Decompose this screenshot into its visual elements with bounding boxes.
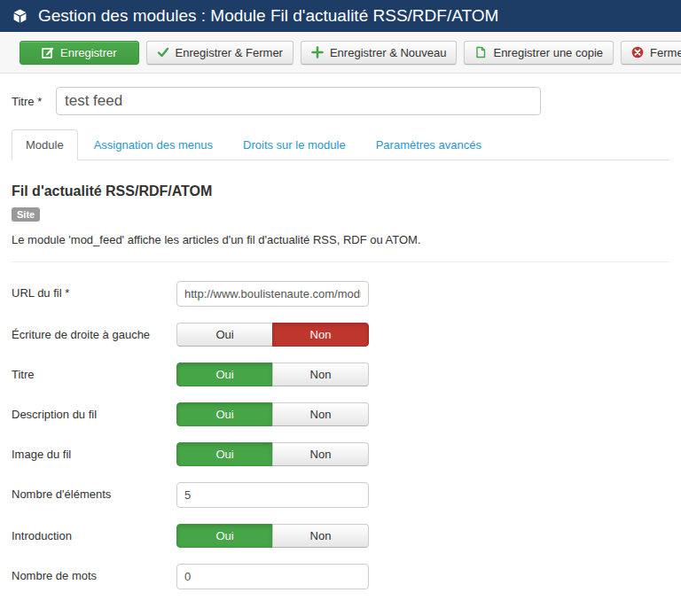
joomla-cube-icon (12, 9, 27, 24)
save-new-button-label: Enregistrer & Nouveau (330, 46, 447, 59)
module-heading: Fil d'actualité RSS/RDF/ATOM (12, 183, 669, 199)
tab-module-label: Module (26, 138, 64, 152)
tab-module-permissions[interactable]: Droits sur le module (229, 129, 360, 160)
rtl-label: Écriture de droite à gauche (12, 323, 176, 341)
item-count-label: Nombre d'éléments (12, 482, 176, 501)
save-new-button[interactable]: Enregistrer & Nouveau (301, 41, 458, 65)
title-field-label: Titre * (12, 95, 56, 108)
introduction-toggle-oui[interactable]: Oui (176, 524, 273, 548)
form-row-feed-description: Description du fil Oui Non (12, 402, 669, 426)
item-count-input[interactable] (176, 482, 369, 508)
form-row-rtl: Écriture de droite à gauche Oui Non (12, 323, 669, 347)
close-button-label: Fermer (650, 46, 681, 59)
tab-menu-assignment[interactable]: Assignation des menus (80, 129, 227, 160)
feed-image-toggle-non[interactable]: Non (272, 442, 369, 466)
close-icon (631, 46, 644, 58)
form-row-introduction: Introduction Oui Non (12, 524, 669, 548)
form-row-show-title: Titre Oui Non (12, 363, 669, 386)
site-badge: Site (12, 207, 40, 222)
feed-description-toggle: Oui Non (176, 402, 369, 426)
check-icon (157, 46, 169, 58)
save-copy-button-label: Enregistrer une copie (493, 46, 603, 59)
feed-image-label: Image du fil (12, 442, 176, 461)
title-input[interactable] (56, 87, 541, 115)
rtl-toggle-non[interactable]: Non (272, 323, 369, 347)
section-divider (12, 261, 669, 262)
save-copy-button[interactable]: Enregistrer une copie (464, 41, 614, 65)
feed-description-toggle-oui[interactable]: Oui (176, 402, 273, 426)
show-title-label: Titre (12, 363, 176, 381)
toolbar: Enregistrer Enregistrer & Fermer Enregis… (0, 32, 681, 74)
save-close-button-label: Enregistrer & Fermer (176, 46, 283, 59)
form-row-feed-url: URL du fil * (12, 281, 669, 307)
introduction-toggle-non[interactable]: Non (272, 524, 369, 548)
feed-description-toggle-non[interactable]: Non (272, 402, 369, 426)
title-field-row: Titre * (12, 87, 669, 115)
tab-advanced[interactable]: Paramètres avancés (362, 129, 496, 160)
form-row-feed-image: Image du fil Oui Non (12, 442, 669, 466)
tab-menu-assignment-label: Assignation des menus (94, 138, 213, 152)
save-button-label: Enregistrer (60, 46, 117, 59)
form-row-word-count: Nombre de mots (12, 564, 669, 589)
copy-icon (474, 46, 487, 58)
tab-module-permissions-label: Droits sur le module (243, 138, 346, 152)
rtl-toggle-oui[interactable]: Oui (176, 323, 273, 347)
show-title-toggle-non[interactable]: Non (272, 363, 369, 386)
show-title-toggle-oui[interactable]: Oui (176, 363, 273, 386)
word-count-label: Nombre de mots (12, 564, 176, 582)
module-description: Le module 'mod_feed' affiche les article… (12, 233, 669, 246)
save-close-button[interactable]: Enregistrer & Fermer (146, 41, 294, 65)
app-header: Gestion des modules : Module Fil d'actua… (0, 0, 681, 32)
save-icon (42, 46, 54, 58)
page-title: Gestion des modules : Module Fil d'actua… (38, 6, 498, 26)
feed-url-label: URL du fil * (12, 281, 176, 300)
close-button[interactable]: Fermer (621, 41, 681, 65)
tab-bar: Module Assignation des menus Droits sur … (12, 129, 669, 160)
main-content: Titre * Module Assignation des menus Dro… (0, 87, 681, 589)
feed-image-toggle: Oui Non (176, 442, 369, 466)
feed-description-label: Description du fil (12, 402, 176, 421)
form-row-item-count: Nombre d'éléments (12, 482, 669, 508)
tab-module[interactable]: Module (12, 129, 78, 160)
plus-icon (311, 46, 324, 58)
introduction-toggle: Oui Non (176, 524, 369, 548)
show-title-toggle: Oui Non (176, 363, 369, 386)
introduction-label: Introduction (12, 524, 176, 542)
word-count-input[interactable] (176, 564, 369, 589)
feed-image-toggle-oui[interactable]: Oui (176, 442, 273, 466)
feed-url-input[interactable] (176, 281, 369, 307)
tab-advanced-label: Paramètres avancés (376, 138, 481, 152)
rtl-toggle: Oui Non (176, 323, 369, 347)
save-button[interactable]: Enregistrer (20, 41, 139, 65)
